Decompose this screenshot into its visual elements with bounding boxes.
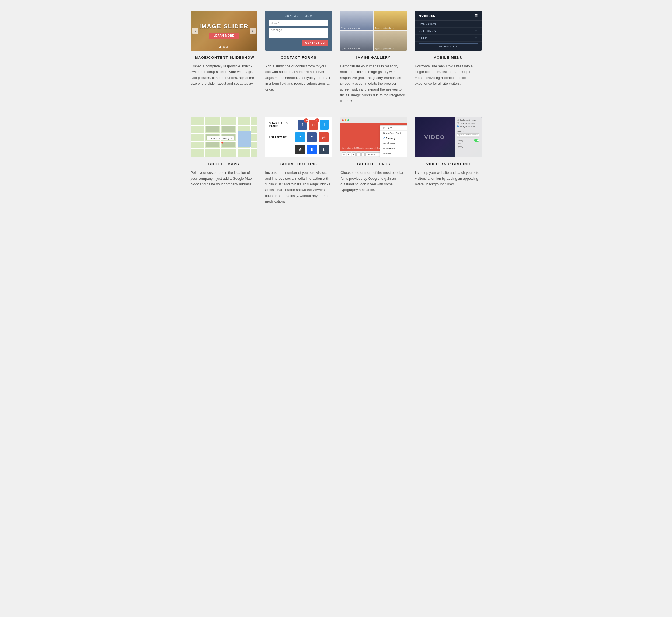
- fonts-bold[interactable]: B: [356, 153, 361, 156]
- toolbar-dot-green: [348, 119, 349, 121]
- mobile-menu-preview-image: MOBIRISE ☰ OVERVIEW FEATURES ▼ HELP ▼ DO…: [415, 11, 482, 51]
- slider-title: IMAGE SLIDER: [199, 23, 249, 30]
- fonts-item-droid-serif[interactable]: Droid Serif: [380, 156, 407, 157]
- video-overlay-label: Overlay: [457, 140, 463, 142]
- video-youtube-label: YouTube: [457, 131, 479, 132]
- video-overlay-toggle[interactable]: [474, 139, 479, 142]
- gallery-cell-4[interactable]: Type caption here: [374, 31, 407, 51]
- mm-nav-overview[interactable]: OVERVIEW: [415, 21, 482, 28]
- map-water: [238, 131, 251, 147]
- slider-dot-2[interactable]: [223, 46, 225, 48]
- video-panel-divider-1: [457, 129, 479, 129]
- fonts-content-area: PT Sans Open Sans Cont... Raleway Droid …: [341, 123, 407, 157]
- card-title-video-background: VIDEO BACKGROUND: [415, 162, 482, 166]
- share-facebook-button[interactable]: f 192: [298, 120, 307, 130]
- feature-card-image-gallery: Type caption here Type caption here Type…: [340, 11, 407, 104]
- card-desc-video-background: Liven up your website and catch your sit…: [415, 170, 482, 187]
- card-title-mobile-menu: MOBILE MENU: [415, 55, 482, 59]
- fonts-item-montserrat[interactable]: Montserrat: [380, 146, 407, 151]
- follow-tumblr-button[interactable]: t: [319, 145, 328, 154]
- gallery-cell-2[interactable]: Type caption here: [374, 11, 407, 30]
- toolbar-dot-yellow: [345, 119, 347, 121]
- follow-row: FOLLOW US t f g+: [269, 132, 328, 142]
- slider-next-button[interactable]: ›: [250, 28, 256, 34]
- gallery-preview-image: Type caption here Type caption here Type…: [340, 11, 407, 51]
- video-color-label: Color: [457, 143, 461, 145]
- fonts-italic[interactable]: I: [362, 153, 365, 156]
- fonts-align-left[interactable]: ≡: [342, 153, 346, 156]
- slider-learn-more-button[interactable]: LEARN MORE: [209, 33, 239, 39]
- map-location-label: Empire State Building: [207, 136, 234, 140]
- fonts-item-droid-sans[interactable]: Droid Sans: [380, 141, 407, 146]
- slider-prev-button[interactable]: ‹: [192, 28, 198, 34]
- slider-text-block: IMAGE SLIDER LEARN MORE: [199, 23, 249, 39]
- follow-behance-button[interactable]: B: [307, 145, 317, 154]
- mm-nav-help[interactable]: HELP ▼: [415, 35, 482, 42]
- gallery-caption-1: Type caption here: [341, 27, 361, 29]
- feature-card-video-background: VIDEO Background Image Background Color: [415, 117, 482, 205]
- map-road-v3: [236, 117, 238, 157]
- radio-bg-color[interactable]: [457, 122, 459, 124]
- feature-card-contact-forms: CONTACT FORM CONTACT US CONTACT FORMS Ad…: [265, 11, 332, 104]
- feature-card-mobile-menu: MOBIRISE ☰ OVERVIEW FEATURES ▼ HELP ▼ DO…: [415, 11, 482, 104]
- fonts-main: PT Sans Open Sans Cont... Raleway Droid …: [341, 123, 407, 157]
- mm-nav-features[interactable]: FEATURES ▼: [415, 28, 482, 35]
- slider-dot-1[interactable]: [219, 46, 221, 48]
- mm-download-button[interactable]: DOWNLOAD: [419, 43, 478, 49]
- cf-name-input[interactable]: [269, 20, 328, 26]
- fonts-item-pt-sans[interactable]: PT Sans: [380, 126, 407, 131]
- card-desc-image-gallery: Demonstrate your images in masonry mobil…: [340, 63, 407, 104]
- card-desc-google-fonts: Choose one or more of the most popular f…: [341, 170, 407, 193]
- video-option-bg-color-label: Background Color: [460, 122, 475, 124]
- follow-twitter-button[interactable]: t: [295, 132, 305, 142]
- hamburger-icon[interactable]: ☰: [474, 13, 478, 18]
- video-color-row: Color: [457, 143, 479, 145]
- slider-dot-3[interactable]: [226, 46, 228, 48]
- share-label: SHARE THIS PAGE!: [269, 122, 296, 128]
- map-road-v1: [204, 117, 205, 157]
- map-pin-icon[interactable]: [220, 142, 222, 145]
- follow-github-button[interactable]: ⛤: [295, 145, 305, 154]
- radio-bg-image[interactable]: [457, 119, 459, 121]
- fonts-align-center[interactable]: ≡: [347, 153, 351, 156]
- fonts-item-ubuntu[interactable]: Ubuntu: [380, 151, 407, 156]
- cf-message-textarea[interactable]: [269, 28, 328, 38]
- social-preview-image: SHARE THIS PAGE! f 192 g+ 47 t: [265, 117, 332, 157]
- card-desc-contact-forms: Add a subscribe or contact form to your …: [265, 63, 332, 92]
- card-desc-image-slider: Embed a completely responsive, touch-swi…: [191, 63, 257, 86]
- gallery-cell-1[interactable]: Type caption here: [340, 11, 373, 30]
- follow-facebook-button[interactable]: f: [307, 132, 317, 142]
- follow-label: FOLLOW US: [269, 136, 293, 139]
- video-option-bg-video: Background Video: [457, 125, 479, 128]
- gallery-caption-4: Type caption here: [375, 47, 394, 49]
- card-title-google-fonts: GOOGLE FONTS: [341, 162, 407, 166]
- cf-submit-button[interactable]: CONTACT US: [302, 40, 328, 45]
- radio-bg-video[interactable]: [457, 125, 459, 128]
- map-preview-image: Empire State Building: [191, 117, 257, 157]
- video-option-bg-color: Background Color: [457, 122, 479, 124]
- feature-card-google-fonts: PT Sans Open Sans Cont... Raleway Droid …: [341, 117, 407, 205]
- video-option-bg-video-label: Background Video: [460, 126, 475, 128]
- fonts-item-opensans[interactable]: Open Sans Cont...: [380, 131, 407, 136]
- share-facebook-badge: 192: [304, 118, 308, 123]
- slider-preview-image: IMAGE SLIDER LEARN MORE ‹ ›: [191, 11, 257, 51]
- share-gplus-button[interactable]: g+ 47: [309, 120, 318, 130]
- fonts-align-right[interactable]: ≡: [352, 153, 356, 156]
- share-twitter-button[interactable]: t: [320, 120, 329, 130]
- card-title-contact-forms: CONTACT FORMS: [265, 55, 332, 59]
- fonts-item-raleway[interactable]: Raleway: [380, 136, 407, 141]
- card-title-image-gallery: IMAGE GALLERY: [340, 55, 407, 59]
- card-title-google-maps: GOOGLE MAPS: [191, 162, 257, 166]
- video-opacity-label: Opacity: [457, 146, 463, 148]
- follow-gplus-button[interactable]: g+: [319, 132, 328, 142]
- video-main-area: VIDEO: [415, 117, 455, 157]
- video-youtube-input[interactable]: [457, 133, 479, 136]
- contact-form-preview-image: CONTACT FORM CONTACT US: [265, 11, 332, 51]
- feature-grid-row2: Empire State Building GOOGLE MAPS Point …: [191, 117, 482, 205]
- card-desc-social-buttons: Increase the number of your site visitor…: [265, 170, 332, 205]
- gallery-cell-3[interactable]: Type caption here: [340, 31, 373, 51]
- fonts-dropdown[interactable]: PT Sans Open Sans Cont... Raleway Droid …: [380, 125, 407, 157]
- card-desc-google-maps: Point your customers in the location of …: [191, 170, 257, 187]
- fonts-name-select[interactable]: Raleway: [366, 153, 380, 156]
- map-block-1: [206, 126, 219, 132]
